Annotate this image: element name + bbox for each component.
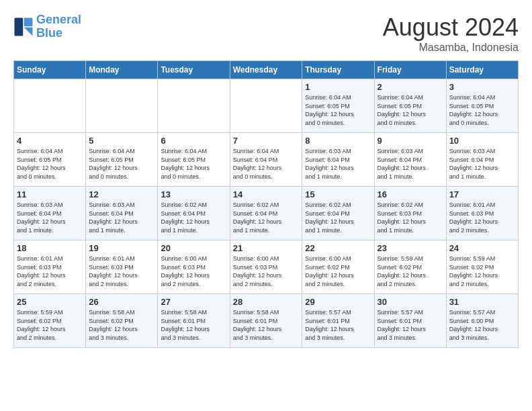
day-info: Sunrise: 6:03 AM Sunset: 6:04 PM Dayligh… <box>449 147 515 181</box>
calendar-cell: 30Sunrise: 5:57 AM Sunset: 6:01 PM Dayli… <box>374 294 446 348</box>
day-number: 18 <box>17 243 83 253</box>
day-info: Sunrise: 6:02 AM Sunset: 6:04 PM Dayligh… <box>161 201 226 234</box>
day-number: 19 <box>89 243 154 253</box>
header-saturday: Saturday <box>446 61 518 79</box>
day-info: Sunrise: 6:04 AM Sunset: 6:04 PM Dayligh… <box>233 147 300 181</box>
day-number: 26 <box>89 297 154 307</box>
day-info: Sunrise: 6:02 AM Sunset: 6:04 PM Dayligh… <box>233 201 300 234</box>
calendar-cell: 25Sunrise: 5:59 AM Sunset: 6:02 PM Dayli… <box>14 294 86 348</box>
calendar-cell: 18Sunrise: 6:01 AM Sunset: 6:03 PM Dayli… <box>14 240 86 294</box>
header-sunday: Sunday <box>14 61 86 79</box>
calendar-cell: 10Sunrise: 6:03 AM Sunset: 6:04 PM Dayli… <box>446 133 518 187</box>
header-thursday: Thursday <box>302 61 374 79</box>
calendar-cell: 9Sunrise: 6:03 AM Sunset: 6:04 PM Daylig… <box>374 133 446 187</box>
day-info: Sunrise: 6:02 AM Sunset: 6:03 PM Dayligh… <box>378 201 443 234</box>
day-info: Sunrise: 6:04 AM Sunset: 6:05 PM Dayligh… <box>378 93 443 127</box>
calendar-cell <box>158 79 230 133</box>
day-number: 7 <box>233 136 300 146</box>
calendar-header-row: SundayMondayTuesdayWednesdayThursdayFrid… <box>14 61 519 79</box>
calendar-cell: 19Sunrise: 6:01 AM Sunset: 6:03 PM Dayli… <box>86 240 158 294</box>
day-number: 25 <box>17 297 83 307</box>
day-number: 13 <box>161 189 226 199</box>
day-info: Sunrise: 6:00 AM Sunset: 6:03 PM Dayligh… <box>233 255 300 288</box>
location-title: Masamba, Indonesia <box>383 42 519 54</box>
calendar-cell: 7Sunrise: 6:04 AM Sunset: 6:04 PM Daylig… <box>230 133 302 187</box>
calendar-cell: 22Sunrise: 6:00 AM Sunset: 6:02 PM Dayli… <box>302 240 374 294</box>
day-info: Sunrise: 6:04 AM Sunset: 6:05 PM Dayligh… <box>89 147 154 181</box>
calendar-cell: 1Sunrise: 6:04 AM Sunset: 6:05 PM Daylig… <box>302 79 374 133</box>
svg-rect-2 <box>24 17 33 26</box>
day-info: Sunrise: 6:04 AM Sunset: 6:05 PM Dayligh… <box>161 147 226 181</box>
logo-icon <box>13 17 34 37</box>
calendar-cell: 21Sunrise: 6:00 AM Sunset: 6:03 PM Dayli… <box>230 240 302 294</box>
day-number: 17 <box>449 189 515 199</box>
day-info: Sunrise: 5:58 AM Sunset: 6:01 PM Dayligh… <box>233 308 300 342</box>
day-number: 3 <box>449 82 515 92</box>
calendar-cell: 26Sunrise: 5:58 AM Sunset: 6:02 PM Dayli… <box>86 294 158 348</box>
calendar-cell: 17Sunrise: 6:01 AM Sunset: 6:03 PM Dayli… <box>446 187 518 240</box>
calendar-cell: 31Sunrise: 5:57 AM Sunset: 6:00 PM Dayli… <box>446 294 518 348</box>
day-info: Sunrise: 6:01 AM Sunset: 6:03 PM Dayligh… <box>17 255 83 288</box>
day-number: 11 <box>17 189 83 199</box>
calendar-cell: 2Sunrise: 6:04 AM Sunset: 6:05 PM Daylig… <box>374 79 446 133</box>
calendar-cell: 15Sunrise: 6:02 AM Sunset: 6:04 PM Dayli… <box>302 187 374 240</box>
calendar-cell <box>14 79 86 133</box>
day-number: 29 <box>305 297 371 307</box>
day-number: 30 <box>378 297 443 307</box>
logo: General Blue <box>13 13 81 40</box>
day-number: 21 <box>233 243 300 253</box>
day-info: Sunrise: 6:04 AM Sunset: 6:05 PM Dayligh… <box>305 93 371 127</box>
calendar-week-3: 11Sunrise: 6:03 AM Sunset: 6:04 PM Dayli… <box>14 187 519 240</box>
header-tuesday: Tuesday <box>158 61 230 79</box>
day-number: 23 <box>378 243 443 253</box>
day-info: Sunrise: 6:00 AM Sunset: 6:03 PM Dayligh… <box>161 255 226 288</box>
day-info: Sunrise: 6:00 AM Sunset: 6:02 PM Dayligh… <box>305 255 371 288</box>
day-info: Sunrise: 6:04 AM Sunset: 6:05 PM Dayligh… <box>449 93 515 127</box>
day-info: Sunrise: 5:59 AM Sunset: 6:02 PM Dayligh… <box>17 308 83 342</box>
day-number: 24 <box>449 243 515 253</box>
calendar-cell: 28Sunrise: 5:58 AM Sunset: 6:01 PM Dayli… <box>230 294 302 348</box>
day-number: 8 <box>305 136 371 146</box>
calendar-cell <box>230 79 302 133</box>
calendar-cell: 20Sunrise: 6:00 AM Sunset: 6:03 PM Dayli… <box>158 240 230 294</box>
calendar-week-1: 1Sunrise: 6:04 AM Sunset: 6:05 PM Daylig… <box>14 79 519 133</box>
calendar-cell: 24Sunrise: 5:59 AM Sunset: 6:02 PM Dayli… <box>446 240 518 294</box>
calendar-cell: 27Sunrise: 5:58 AM Sunset: 6:01 PM Dayli… <box>158 294 230 348</box>
day-info: Sunrise: 6:02 AM Sunset: 6:04 PM Dayligh… <box>305 201 371 234</box>
day-number: 16 <box>378 189 443 199</box>
logo-text: General Blue <box>36 13 81 40</box>
day-number: 4 <box>17 136 83 146</box>
day-info: Sunrise: 6:01 AM Sunset: 6:03 PM Dayligh… <box>89 255 154 288</box>
day-number: 31 <box>449 297 515 307</box>
header-friday: Friday <box>374 61 446 79</box>
day-number: 2 <box>378 82 443 92</box>
calendar-cell <box>86 79 158 133</box>
day-info: Sunrise: 6:03 AM Sunset: 6:04 PM Dayligh… <box>305 147 371 181</box>
day-info: Sunrise: 6:01 AM Sunset: 6:03 PM Dayligh… <box>449 201 515 234</box>
day-info: Sunrise: 5:58 AM Sunset: 6:01 PM Dayligh… <box>161 308 226 342</box>
day-info: Sunrise: 5:57 AM Sunset: 6:01 PM Dayligh… <box>305 308 371 342</box>
calendar-week-5: 25Sunrise: 5:59 AM Sunset: 6:02 PM Dayli… <box>14 294 519 348</box>
day-info: Sunrise: 5:57 AM Sunset: 6:00 PM Dayligh… <box>449 308 515 342</box>
calendar-cell: 5Sunrise: 6:04 AM Sunset: 6:05 PM Daylig… <box>86 133 158 187</box>
calendar-cell: 11Sunrise: 6:03 AM Sunset: 6:04 PM Dayli… <box>14 187 86 240</box>
calendar-cell: 6Sunrise: 6:04 AM Sunset: 6:05 PM Daylig… <box>158 133 230 187</box>
calendar-cell: 4Sunrise: 6:04 AM Sunset: 6:05 PM Daylig… <box>14 133 86 187</box>
calendar-cell: 12Sunrise: 6:03 AM Sunset: 6:04 PM Dayli… <box>86 187 158 240</box>
calendar-week-2: 4Sunrise: 6:04 AM Sunset: 6:05 PM Daylig… <box>14 133 519 187</box>
calendar-cell: 14Sunrise: 6:02 AM Sunset: 6:04 PM Dayli… <box>230 187 302 240</box>
day-number: 1 <box>305 82 371 92</box>
day-number: 6 <box>161 136 226 146</box>
header-monday: Monday <box>86 61 158 79</box>
day-info: Sunrise: 5:59 AM Sunset: 6:02 PM Dayligh… <box>378 255 443 288</box>
day-number: 5 <box>89 136 154 146</box>
calendar-cell: 8Sunrise: 6:03 AM Sunset: 6:04 PM Daylig… <box>302 133 374 187</box>
day-number: 20 <box>161 243 226 253</box>
day-info: Sunrise: 6:03 AM Sunset: 6:04 PM Dayligh… <box>89 201 154 234</box>
calendar-cell: 16Sunrise: 6:02 AM Sunset: 6:03 PM Dayli… <box>374 187 446 240</box>
day-info: Sunrise: 6:03 AM Sunset: 6:04 PM Dayligh… <box>17 201 83 234</box>
month-year-title: August 2024 <box>383 13 519 42</box>
day-number: 28 <box>233 297 300 307</box>
calendar-table: SundayMondayTuesdayWednesdayThursdayFrid… <box>13 60 519 348</box>
day-number: 27 <box>161 297 226 307</box>
